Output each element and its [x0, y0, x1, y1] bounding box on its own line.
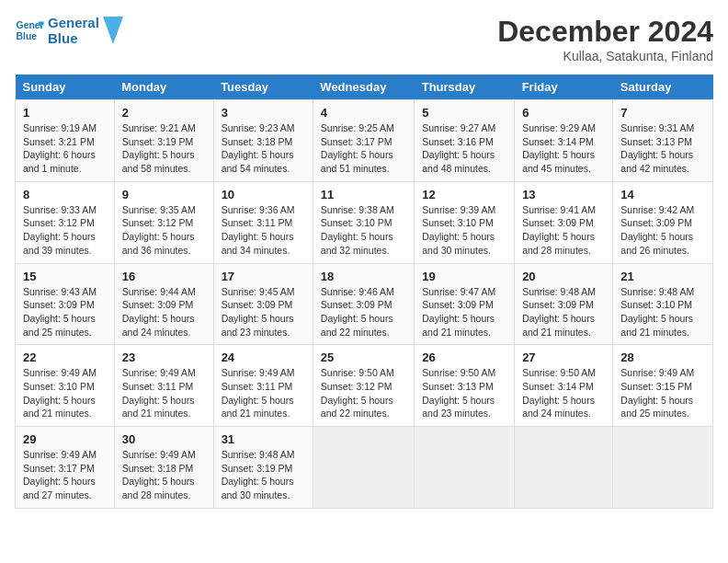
- day-info: Sunrise: 9:43 AM Sunset: 3:09 PM Dayligh…: [23, 285, 107, 339]
- day-number: 25: [321, 350, 406, 364]
- logo-triangle-icon: [103, 17, 123, 44]
- day-number: 8: [23, 188, 107, 201]
- day-cell: 16Sunrise: 9:44 AM Sunset: 3:09 PM Dayli…: [114, 263, 213, 345]
- day-cell: 1Sunrise: 9:19 AM Sunset: 3:21 PM Daylig…: [16, 100, 115, 182]
- day-number: 31: [222, 432, 305, 446]
- day-info: Sunrise: 9:49 AM Sunset: 3:17 PM Dayligh…: [23, 448, 107, 502]
- day-info: Sunrise: 9:33 AM Sunset: 3:12 PM Dayligh…: [23, 203, 107, 258]
- day-number: 30: [122, 432, 206, 446]
- week-row-2: 8Sunrise: 9:33 AM Sunset: 3:12 PM Daylig…: [16, 181, 713, 263]
- day-number: 23: [122, 350, 206, 364]
- day-cell: 23Sunrise: 9:49 AM Sunset: 3:11 PM Dayli…: [114, 345, 213, 427]
- day-cell: 2Sunrise: 9:21 AM Sunset: 3:19 PM Daylig…: [114, 100, 213, 182]
- day-cell: [515, 427, 613, 509]
- day-info: Sunrise: 9:49 AM Sunset: 3:10 PM Dayligh…: [23, 366, 107, 420]
- day-cell: 5Sunrise: 9:27 AM Sunset: 3:16 PM Daylig…: [415, 100, 515, 182]
- col-header-tuesday: Tuesday: [213, 75, 313, 100]
- day-number: 16: [122, 270, 206, 283]
- day-info: Sunrise: 9:45 AM Sunset: 3:09 PM Dayligh…: [222, 285, 305, 339]
- week-row-4: 22Sunrise: 9:49 AM Sunset: 3:10 PM Dayli…: [16, 345, 713, 427]
- logo-icon: General Blue: [15, 16, 44, 45]
- day-number: 11: [321, 188, 406, 201]
- day-number: 20: [522, 270, 605, 283]
- day-number: 1: [23, 106, 107, 120]
- day-info: Sunrise: 9:38 AM Sunset: 3:10 PM Dayligh…: [321, 203, 406, 258]
- day-info: Sunrise: 9:49 AM Sunset: 3:18 PM Dayligh…: [122, 448, 206, 502]
- day-cell: 13Sunrise: 9:41 AM Sunset: 3:09 PM Dayli…: [515, 181, 613, 263]
- day-info: Sunrise: 9:46 AM Sunset: 3:09 PM Dayligh…: [321, 285, 406, 339]
- day-cell: 3Sunrise: 9:23 AM Sunset: 3:18 PM Daylig…: [213, 100, 313, 182]
- day-number: 3: [222, 106, 305, 120]
- day-cell: [613, 427, 713, 509]
- week-row-5: 29Sunrise: 9:49 AM Sunset: 3:17 PM Dayli…: [16, 427, 713, 509]
- logo-line2: Blue: [48, 30, 99, 46]
- col-header-sunday: Sunday: [16, 75, 115, 100]
- day-number: 9: [122, 188, 206, 201]
- day-info: Sunrise: 9:41 AM Sunset: 3:09 PM Dayligh…: [522, 203, 605, 258]
- day-number: 22: [23, 350, 107, 364]
- day-cell: 27Sunrise: 9:50 AM Sunset: 3:14 PM Dayli…: [515, 345, 613, 427]
- day-info: Sunrise: 9:21 AM Sunset: 3:19 PM Dayligh…: [122, 121, 206, 176]
- day-info: Sunrise: 9:39 AM Sunset: 3:10 PM Dayligh…: [422, 203, 506, 258]
- logo-line1: General: [48, 15, 99, 30]
- page-header: General Blue General Blue December 2024 …: [15, 15, 713, 63]
- day-cell: 7Sunrise: 9:31 AM Sunset: 3:13 PM Daylig…: [613, 100, 713, 182]
- header-row: SundayMondayTuesdayWednesdayThursdayFrid…: [16, 75, 713, 100]
- day-cell: 31Sunrise: 9:48 AM Sunset: 3:19 PM Dayli…: [213, 427, 313, 509]
- day-info: Sunrise: 9:50 AM Sunset: 3:12 PM Dayligh…: [321, 366, 406, 420]
- day-info: Sunrise: 9:25 AM Sunset: 3:17 PM Dayligh…: [321, 121, 406, 176]
- day-cell: 18Sunrise: 9:46 AM Sunset: 3:09 PM Dayli…: [313, 263, 414, 345]
- day-number: 28: [620, 350, 705, 364]
- day-info: Sunrise: 9:49 AM Sunset: 3:11 PM Dayligh…: [122, 366, 206, 420]
- day-number: 4: [321, 106, 406, 120]
- day-number: 5: [422, 106, 506, 120]
- month-title: December 2024: [497, 15, 713, 49]
- col-header-wednesday: Wednesday: [313, 75, 414, 100]
- day-cell: [415, 427, 515, 509]
- day-cell: 10Sunrise: 9:36 AM Sunset: 3:11 PM Dayli…: [213, 181, 313, 263]
- logo: General Blue General Blue: [15, 15, 123, 47]
- col-header-friday: Friday: [515, 75, 613, 100]
- day-cell: 28Sunrise: 9:49 AM Sunset: 3:15 PM Dayli…: [613, 345, 713, 427]
- day-number: 14: [620, 188, 705, 201]
- day-number: 10: [222, 188, 305, 201]
- day-info: Sunrise: 9:23 AM Sunset: 3:18 PM Dayligh…: [222, 121, 305, 176]
- day-cell: 25Sunrise: 9:50 AM Sunset: 3:12 PM Dayli…: [313, 345, 414, 427]
- day-cell: 14Sunrise: 9:42 AM Sunset: 3:09 PM Dayli…: [613, 181, 713, 263]
- calendar-table: SundayMondayTuesdayWednesdayThursdayFrid…: [15, 75, 713, 509]
- day-info: Sunrise: 9:35 AM Sunset: 3:12 PM Dayligh…: [122, 203, 206, 258]
- day-cell: 19Sunrise: 9:47 AM Sunset: 3:09 PM Dayli…: [415, 263, 515, 345]
- day-number: 7: [620, 106, 705, 120]
- location-subtitle: Kullaa, Satakunta, Finland: [497, 49, 713, 63]
- svg-text:Blue: Blue: [17, 31, 38, 41]
- day-number: 19: [422, 270, 506, 283]
- day-info: Sunrise: 9:29 AM Sunset: 3:14 PM Dayligh…: [522, 121, 605, 176]
- day-info: Sunrise: 9:50 AM Sunset: 3:14 PM Dayligh…: [522, 366, 605, 420]
- day-number: 24: [222, 350, 305, 364]
- day-number: 6: [522, 106, 605, 120]
- day-cell: 22Sunrise: 9:49 AM Sunset: 3:10 PM Dayli…: [16, 345, 115, 427]
- day-cell: 17Sunrise: 9:45 AM Sunset: 3:09 PM Dayli…: [213, 263, 313, 345]
- day-cell: 4Sunrise: 9:25 AM Sunset: 3:17 PM Daylig…: [313, 100, 414, 182]
- day-info: Sunrise: 9:48 AM Sunset: 3:19 PM Dayligh…: [222, 448, 305, 502]
- day-cell: 8Sunrise: 9:33 AM Sunset: 3:12 PM Daylig…: [16, 181, 115, 263]
- day-info: Sunrise: 9:50 AM Sunset: 3:13 PM Dayligh…: [422, 366, 506, 420]
- day-number: 18: [321, 270, 406, 283]
- day-number: 17: [222, 270, 305, 283]
- day-cell: 20Sunrise: 9:48 AM Sunset: 3:09 PM Dayli…: [515, 263, 613, 345]
- day-cell: 26Sunrise: 9:50 AM Sunset: 3:13 PM Dayli…: [415, 345, 515, 427]
- day-cell: 29Sunrise: 9:49 AM Sunset: 3:17 PM Dayli…: [16, 427, 115, 509]
- day-cell: 12Sunrise: 9:39 AM Sunset: 3:10 PM Dayli…: [415, 181, 515, 263]
- day-cell: 21Sunrise: 9:48 AM Sunset: 3:10 PM Dayli…: [613, 263, 713, 345]
- col-header-monday: Monday: [114, 75, 213, 100]
- day-number: 27: [522, 350, 605, 364]
- week-row-1: 1Sunrise: 9:19 AM Sunset: 3:21 PM Daylig…: [16, 100, 713, 182]
- day-cell: 30Sunrise: 9:49 AM Sunset: 3:18 PM Dayli…: [114, 427, 213, 509]
- day-info: Sunrise: 9:19 AM Sunset: 3:21 PM Dayligh…: [23, 121, 107, 176]
- col-header-saturday: Saturday: [613, 75, 713, 100]
- day-number: 26: [422, 350, 506, 364]
- day-number: 15: [23, 270, 107, 283]
- title-block: December 2024 Kullaa, Satakunta, Finland: [497, 15, 713, 63]
- day-cell: 11Sunrise: 9:38 AM Sunset: 3:10 PM Dayli…: [313, 181, 414, 263]
- day-number: 13: [522, 188, 605, 201]
